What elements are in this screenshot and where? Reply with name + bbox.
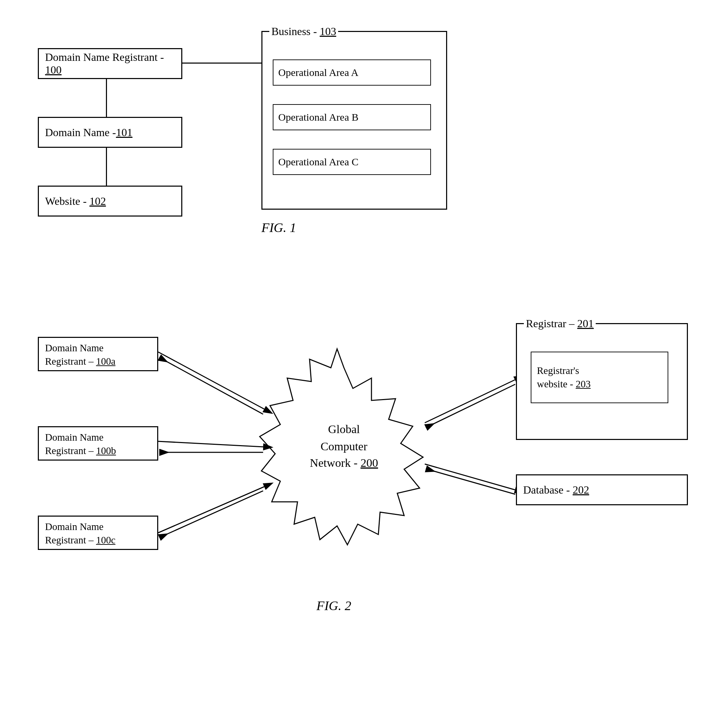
fig1-op-a-label: Operational Area A [278, 67, 358, 78]
fig1-domain-box: Domain Name -101 [38, 117, 182, 148]
fig1-op-area-a: Operational Area A [273, 59, 431, 85]
fig2-reg-a-label: Domain NameRegistrant – 100a [45, 341, 116, 368]
svg-text:Computer: Computer [321, 440, 368, 453]
fig2-registrar-title: Registrar – 201 [524, 317, 596, 330]
network-shape: Global Computer Network - 200 [260, 349, 423, 545]
svg-text:Network - 200: Network - 200 [310, 456, 378, 469]
fig1-registrant-label: Domain Name Registrant - 100 [45, 51, 175, 76]
svg-line-16 [426, 469, 515, 494]
fig1-label: FIG. 1 [261, 220, 296, 235]
fig1-op-b-label: Operational Area B [278, 111, 358, 123]
page: Domain Name Registrant - 100 Domain Name… [0, 0, 702, 728]
fig1-line-dom-web [106, 148, 107, 186]
svg-line-12 [159, 491, 263, 537]
svg-line-15 [425, 464, 515, 490]
svg-line-13 [425, 380, 515, 423]
fig1-line-reg-biz [182, 62, 261, 64]
fig2-registrar-box: Registrar – 201 Registrar'swebsite - 203 [516, 323, 688, 440]
fig2-diagram: Global Computer Network - 200 [28, 296, 674, 639]
fig1-op-area-b: Operational Area B [273, 104, 431, 130]
fig1-business-box: Business - 103 Operational Area A Operat… [261, 31, 447, 209]
fig2-database-label: Database - 202 [523, 484, 589, 496]
fig1-business-title: Business - 103 [269, 25, 338, 38]
fig2-registrant-c-box: Domain NameRegistrant – 100c [38, 516, 158, 550]
fig2-label: FIG. 2 [316, 598, 351, 613]
fig1-line-reg-dom [106, 79, 107, 117]
fig2-reg-b-label: Domain NameRegistrant – 100b [45, 431, 116, 458]
fig2-database-box: Database - 202 [516, 474, 688, 505]
svg-text:Global: Global [328, 423, 360, 435]
svg-line-9 [158, 441, 263, 447]
fig2-reg-c-label: Domain NameRegistrant – 100c [45, 520, 116, 547]
fig1-website-box: Website - 102 [38, 186, 182, 217]
svg-line-8 [159, 357, 263, 414]
fig2-registrar-website-label: Registrar'swebsite - 203 [537, 364, 591, 391]
svg-line-11 [158, 487, 264, 533]
fig1-domain-label: Domain Name -101 [45, 126, 132, 139]
fig2-registrant-a-box: Domain NameRegistrant – 100a [38, 337, 158, 371]
fig1-registrant-box: Domain Name Registrant - 100 [38, 48, 182, 79]
svg-line-7 [158, 352, 264, 409]
fig1-op-area-c: Operational Area C [273, 149, 431, 175]
fig2-registrar-website-box: Registrar'swebsite - 203 [531, 352, 668, 403]
fig2-registrant-b-box: Domain NameRegistrant – 100b [38, 426, 158, 461]
fig1-op-c-label: Operational Area C [278, 156, 358, 168]
svg-line-14 [426, 384, 515, 428]
fig1-website-label: Website - 102 [45, 195, 106, 208]
fig1-diagram: Domain Name Registrant - 100 Domain Name… [28, 21, 674, 268]
